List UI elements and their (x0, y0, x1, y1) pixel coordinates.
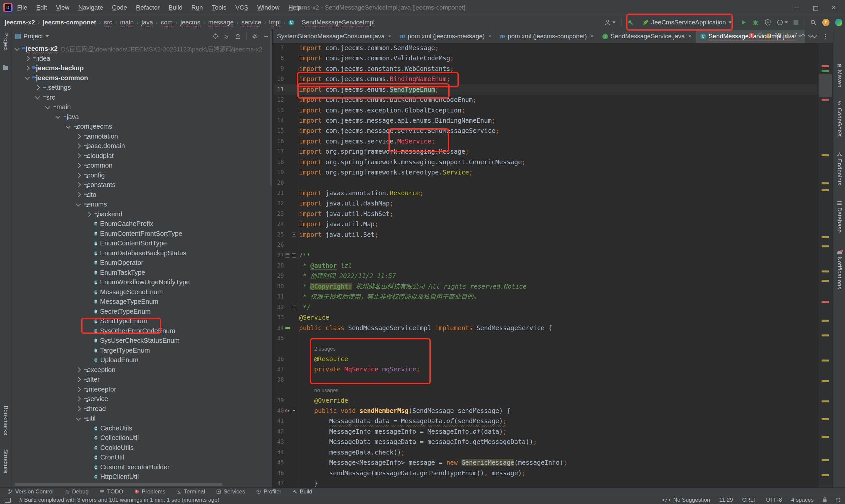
stripe-mark-yellow[interactable] (822, 320, 829, 322)
editor-tab[interactable]: SystemStationMessageConsumer.java× (272, 30, 396, 43)
breadcrumb-item[interactable]: jeecms (180, 19, 200, 26)
code-line-16[interactable]: 16import com.jeecms.service.MqService; (272, 136, 817, 146)
tool-button-project[interactable]: Project (2, 32, 9, 51)
tree-chevron-icon[interactable] (76, 182, 81, 188)
tree-item-jeecms-backup[interactable]: jeecms-backup (12, 63, 272, 73)
tree-item-sysusercheckstatusenum[interactable]: ESysUserCheckStatusEnum (12, 336, 272, 346)
editor-tab[interactable]: ISendMessageService.java× (598, 30, 696, 43)
line-number[interactable]: 40 (272, 406, 284, 416)
code-line-10[interactable]: 10import com.jeecms.enums.BindingNameEnu… (272, 74, 817, 84)
user-account-button[interactable] (604, 19, 616, 26)
horizontal-scrollbar[interactable] (15, 483, 223, 486)
overrides-method-icon[interactable]: O↑ (284, 406, 291, 416)
breadcrumb-item[interactable]: SendMessageServiceImpl (302, 19, 375, 26)
tool-button-terminal[interactable]: Terminal (177, 488, 205, 495)
profiler-button[interactable] (777, 19, 788, 26)
line-number[interactable]: 34 (272, 323, 284, 333)
code-line-7[interactable]: 7import com.jeecms.common.SendMessage; (272, 43, 817, 53)
breadcrumb-item[interactable]: service (241, 19, 261, 26)
inlay-hint-line[interactable]: no usages (272, 385, 817, 395)
tree-item-exception[interactable]: exception (12, 365, 272, 375)
line-number[interactable]: 21 (272, 188, 284, 198)
tool-button-endpoints[interactable]: Endpoints (833, 152, 845, 185)
collapse-all-icon[interactable] (235, 33, 241, 39)
fold-marker-icon[interactable] (291, 250, 296, 260)
stripe-mark-red[interactable] (822, 301, 829, 303)
menu-window[interactable]: Window (257, 4, 280, 11)
run-button[interactable] (741, 19, 746, 25)
code-line-21[interactable]: 21import javax.annotation.Resource; (272, 188, 817, 198)
tree-chevron-icon[interactable] (35, 85, 40, 90)
line-number[interactable]: 22 (272, 198, 284, 209)
highlighting-level-icon[interactable] (836, 498, 840, 502)
gear-icon[interactable] (252, 33, 258, 39)
menu-code[interactable]: Code (112, 4, 127, 11)
maximize-icon[interactable] (813, 5, 818, 10)
tree-item-com.jeecms[interactable]: com.jeecms (12, 122, 272, 132)
tree-item-enumcacheprefix[interactable]: EEnumCachePrefix (12, 219, 272, 229)
stripe-mark-yellow[interactable] (822, 182, 829, 184)
stripe-mark-yellow[interactable] (822, 189, 829, 191)
line-number[interactable]: 9 (272, 64, 284, 74)
line-number[interactable]: 30 (272, 281, 284, 292)
tree-item-src[interactable]: src (12, 93, 272, 103)
read-only-lock-icon[interactable] (823, 499, 827, 502)
code-line-41[interactable]: 41 MessageData data = MessageData.of(sen… (272, 416, 817, 426)
line-number[interactable]: 13 (272, 105, 284, 115)
stripe-mark-yellow[interactable] (822, 459, 829, 461)
tree-chevron-icon[interactable] (76, 201, 81, 206)
stripe-mark-yellow[interactable] (822, 360, 829, 361)
line-number[interactable]: 24 (272, 219, 284, 229)
tree-item-cookieutils[interactable]: CCookieUtils (12, 443, 272, 453)
tree-item-.settings[interactable]: .settings (12, 83, 272, 93)
expand-all-icon[interactable] (224, 33, 230, 39)
stripe-mark-yellow[interactable] (822, 436, 829, 438)
tree-chevron-icon[interactable] (35, 94, 40, 100)
tree-chevron-icon[interactable] (76, 406, 81, 411)
code-line-34[interactable]: 34public class SendMessageServiceImpl im… (272, 323, 817, 333)
vertical-scrollbar[interactable] (270, 31, 272, 186)
line-number[interactable]: 35 (272, 333, 284, 343)
stripe-mark-yellow[interactable] (822, 400, 829, 402)
tree-item-cronutil[interactable]: CCronUtil (12, 452, 272, 463)
tree-item-dto[interactable]: dto (12, 190, 272, 200)
tree-item-enumdatabasebackupstatus[interactable]: EEnumDatabaseBackupStatus (12, 248, 272, 258)
line-number[interactable]: 28 (272, 260, 284, 271)
tool-button-bookmarks[interactable]: Bookmarks (2, 406, 9, 435)
code-line-13[interactable]: 13import com.jeecms.exception.GlobalExce… (272, 105, 817, 115)
menu-navigate[interactable]: Navigate (78, 4, 103, 11)
stripe-mark-yellow[interactable] (822, 418, 829, 420)
line-number[interactable]: 31 (272, 292, 284, 302)
code-line-40[interactable]: 40O↑ public void sendMemberMsg(SendMessa… (272, 406, 817, 416)
tree-item-cloudplat[interactable]: cloudplat (12, 151, 272, 161)
line-number[interactable]: 33 (272, 312, 284, 323)
line-number[interactable]: 11 (272, 85, 284, 95)
tool-button-profiler[interactable]: Profiler (256, 488, 281, 495)
line-number[interactable]: 18 (272, 157, 284, 167)
code-line-37[interactable]: 37 private MqService mqService; (272, 364, 817, 374)
line-number[interactable]: 32 (272, 302, 284, 312)
stripe-mark-yellow[interactable] (822, 246, 829, 247)
breadcrumb-item[interactable]: src (104, 19, 112, 26)
tab-close-icon[interactable]: × (488, 33, 491, 40)
code-line-42[interactable]: 42 MessageInfo messageInfo = MessageInfo… (272, 427, 817, 437)
tree-chevron-icon[interactable] (76, 133, 81, 139)
tree-item-common[interactable]: common (12, 161, 272, 170)
line-number[interactable]: 47 (272, 478, 284, 487)
tree-item-jeecms-x2[interactable]: jeecms-x2D:\百度网盘\downloads\JEECMSX2-2023… (12, 44, 272, 54)
code-line-14[interactable]: 14import com.jeecms.message.api.enums.Bi… (272, 115, 817, 126)
menu-vcs[interactable]: VCS (235, 4, 248, 11)
line-number[interactable]: 20 (272, 178, 284, 188)
line-number[interactable]: 43 (272, 437, 284, 447)
tool-button-build[interactable]: Build (293, 488, 312, 495)
tool-button-maven[interactable]: mMaven (833, 63, 845, 88)
tree-chevron-icon[interactable] (76, 192, 81, 197)
error-stripe[interactable] (817, 43, 833, 487)
inspections-widget[interactable]: ! 5 18 7 (749, 32, 812, 39)
tool-button-todo[interactable]: TODO (100, 488, 123, 495)
fold-marker-icon[interactable] (291, 302, 296, 312)
tree-item-java[interactable]: java (12, 112, 272, 122)
tree-chevron-icon[interactable] (76, 163, 81, 168)
tree-item-annotation[interactable]: annotation (12, 132, 272, 142)
tab-options-icon[interactable]: ⋮ (822, 35, 829, 38)
